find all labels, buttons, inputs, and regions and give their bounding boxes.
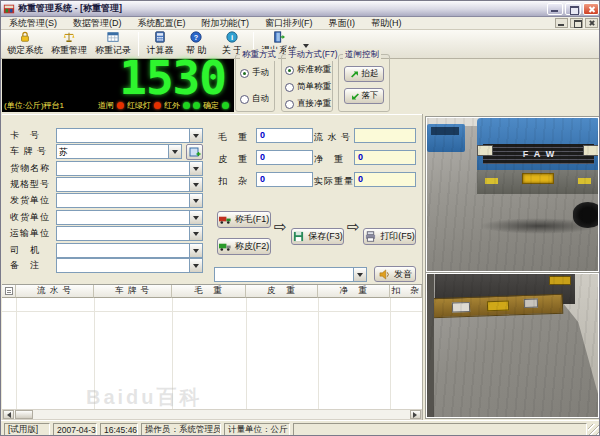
dropdown-icon[interactable] [189, 244, 202, 257]
column-net[interactable]: 净 重 [318, 285, 390, 298]
spec-model-combo[interactable] [56, 177, 203, 192]
column-gross[interactable]: 毛 重 [172, 285, 246, 298]
plate-no-combo[interactable]: 苏 [56, 144, 182, 159]
goods-name-combo[interactable] [56, 161, 203, 176]
menu-item-window-arrange[interactable]: 窗口排列(F) [257, 17, 321, 30]
printer-icon [364, 231, 377, 242]
mdi-close-button[interactable] [585, 18, 598, 28]
scroll-right-button[interactable] [410, 410, 421, 419]
transport-unit-combo[interactable] [56, 226, 203, 241]
goods-name-field: 货物名称 [10, 161, 203, 176]
camera-feed-top: FAW [426, 117, 599, 272]
resize-grip[interactable] [588, 424, 600, 436]
menu-item-extra-functions[interactable]: 附加功能(T) [194, 17, 258, 30]
weigh-manage-button[interactable]: 称重管理 [47, 30, 91, 58]
radio-auto[interactable]: 自动 [240, 93, 269, 105]
gate-raise-button[interactable]: 抬起 [344, 66, 384, 82]
manual-mode-group: 手动方式(F7) 标准称重 简单称重 直接净重 [281, 54, 333, 112]
help-icon: ? [189, 31, 203, 43]
plate-no-field: 车 牌 号 苏 [10, 144, 203, 159]
dropdown-icon[interactable] [353, 268, 366, 281]
background-truck [427, 124, 465, 152]
app-icon [3, 3, 15, 15]
net-weight-input[interactable]: 0 [354, 150, 416, 165]
gate-lower-button[interactable]: 落下 [344, 88, 384, 104]
radio-auto-dot [240, 95, 249, 104]
print-button[interactable]: 打印(F5) [363, 228, 416, 245]
column-tare[interactable]: 皮 重 [246, 285, 318, 298]
gate-led [117, 102, 124, 109]
h-scrollbar[interactable] [2, 409, 422, 420]
plate-new-button[interactable] [186, 144, 203, 160]
title-bar: 称重管理系统 - [称重管理] [1, 1, 600, 17]
menu-item-interface[interactable]: 界面(I) [321, 17, 364, 30]
app-window: 称重管理系统 - [称重管理] 系统管理(S) 数据管理(D) 系统配置(E) … [0, 0, 600, 436]
receiver-unit-combo[interactable] [56, 210, 203, 225]
actual-weight-label: 实际重量 [314, 175, 354, 188]
weigh-form: 卡 号 车 牌 号 苏 货物名称 规格型号 发货单位 收货单位 运输单位 [2, 114, 422, 284]
minimize-button[interactable] [547, 3, 563, 15]
dropdown-icon[interactable] [189, 178, 202, 191]
scroll-thumb[interactable] [15, 410, 33, 419]
column-plate-no[interactable]: 车 牌 号 [94, 285, 172, 298]
dropdown-icon[interactable] [189, 227, 202, 240]
speak-button[interactable]: 发音 [374, 266, 416, 282]
mdi-restore-button[interactable] [570, 18, 583, 28]
truck-green-icon [219, 241, 232, 252]
announce-combo[interactable] [214, 267, 367, 282]
dropdown-icon[interactable] [189, 259, 202, 272]
weight-value: 1530 [119, 53, 226, 99]
serial-no-input[interactable] [354, 128, 416, 143]
tare-weight-input[interactable]: 0 [256, 150, 313, 165]
dropdown-icon[interactable] [189, 162, 202, 175]
transport-unit-field: 运输单位 [10, 226, 203, 241]
menu-item-system-management[interactable]: 系统管理(S) [1, 17, 65, 30]
column-serial-no[interactable]: 流 水 号 [16, 285, 94, 298]
column-deduct[interactable]: 扣 杂 [390, 285, 422, 298]
status-unit: 计量单位：公斤 [224, 423, 290, 436]
menu-item-system-config[interactable]: 系统配置(E) [130, 17, 194, 30]
indicator-infrared-label: 红外 [164, 100, 180, 111]
about-icon: i [225, 31, 239, 43]
dropdown-icon[interactable] [189, 129, 202, 142]
mdi-minimize-button[interactable] [555, 18, 568, 28]
remark-combo[interactable] [56, 258, 203, 273]
lock-system-button[interactable]: 锁定系统 [3, 30, 47, 58]
radio-standard-weigh[interactable]: 标准称重 [285, 64, 331, 76]
weigh-tare-button[interactable]: 称皮(F2) [217, 238, 271, 255]
close-button[interactable] [583, 3, 599, 15]
status-operator: 操作员：系统管理员 [141, 423, 221, 436]
weigh-mode-group: 称重方式 手动 自动 [235, 54, 275, 112]
actual-weight-input[interactable]: 0 [354, 172, 416, 187]
status-date: 2007-04-30 [53, 423, 97, 436]
indicator-confirm-label: 确定 [203, 100, 219, 111]
weigh-gross-button[interactable]: 称毛(F1) [217, 211, 271, 228]
menu-item-help[interactable]: 帮助(H) [363, 17, 410, 30]
radio-manual-dot [240, 69, 249, 78]
radio-simple-weigh[interactable]: 简单称重 [285, 81, 331, 93]
dropdown-icon[interactable] [189, 211, 202, 224]
status-time: 16:45:46 [100, 423, 138, 436]
deduct-weight-input[interactable]: 0 [256, 172, 313, 187]
radio-manual[interactable]: 手动 [240, 67, 269, 79]
truck-front: FAW [477, 118, 599, 230]
scale-icon [62, 31, 76, 43]
plate-new-icon [189, 146, 201, 158]
row-selector-header[interactable] [2, 285, 16, 298]
card-no-field: 卡 号 [10, 128, 203, 143]
driver-combo[interactable] [56, 243, 203, 258]
dropdown-icon[interactable] [189, 194, 202, 207]
gross-weight-label: 毛 重 [218, 131, 248, 144]
gross-weight-input[interactable]: 0 [256, 128, 313, 143]
radio-direct-net[interactable]: 直接净重 [285, 98, 331, 110]
restore-button[interactable] [565, 3, 581, 15]
trafficlight-led [154, 102, 161, 109]
dropdown-icon[interactable] [168, 145, 181, 158]
sender-unit-combo[interactable] [56, 193, 203, 208]
records-table: 流 水 号 车 牌 号 毛 重 皮 重 净 重 扣 杂 [2, 284, 422, 409]
card-no-combo[interactable] [56, 128, 203, 143]
receiver-unit-field: 收货单位 [10, 210, 203, 225]
save-button[interactable]: 保存(F3) [291, 228, 344, 245]
scroll-left-button[interactable] [3, 410, 14, 419]
menu-item-data-management[interactable]: 数据管理(D) [65, 17, 130, 30]
